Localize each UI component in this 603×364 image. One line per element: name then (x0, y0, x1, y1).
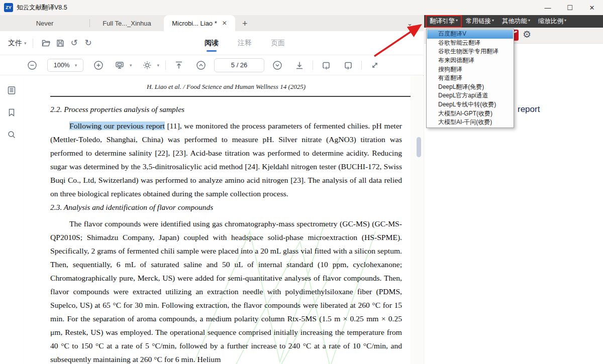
chevron-down-icon: ▾ (528, 18, 530, 23)
app-logo: ZY (4, 3, 13, 12)
circle-chevron-up-icon (196, 60, 206, 70)
page-display-mode-button[interactable] (113, 58, 127, 72)
toolbar-divider (361, 61, 362, 70)
pdf-viewer-pane: Never Full Te..._Xinhua Microbi... Liao … (0, 15, 424, 364)
undo-icon: ↺ (70, 38, 77, 48)
menu-label: 常用链接 (466, 17, 491, 26)
menu-other-functions[interactable]: 其他功能▾ (499, 16, 533, 27)
pdf-page[interactable]: H. Liao et al. / Food Science and Human … (24, 76, 411, 364)
pdf-controls-toolbar: 100% ▾ ▾ ▾ (0, 55, 424, 75)
circle-chevron-down-icon (272, 60, 282, 70)
tab-microbi-liao-active[interactable]: Microbi... Liao * ✕ (164, 15, 235, 31)
expand-icon (370, 60, 380, 70)
chevron-down-icon[interactable]: ▾ (157, 63, 160, 68)
engine-option-deepl-free[interactable]: DeepL翻译(免费) (427, 83, 513, 92)
zoom-out-button[interactable] (25, 58, 39, 72)
gear-icon[interactable]: ⚙ (523, 29, 531, 40)
undo-button[interactable]: ↺ (67, 36, 81, 50)
bookmark-icon (7, 108, 16, 119)
chevron-down-icon: ▾ (75, 63, 77, 68)
chevron-down-icon: ▾ (564, 18, 566, 23)
redo-button[interactable]: ↻ (81, 36, 95, 50)
tab-overflow-chevron-icon[interactable]: ⌄ (407, 20, 413, 27)
next-page-button[interactable] (270, 58, 284, 72)
engine-option-deepl-relay[interactable]: DeepL专线中转(收费) (427, 100, 513, 109)
translation-menubar: 翻译引擎▾ 常用链接▾ 其他功能▾ 缩放比例▾ (424, 15, 603, 28)
tab-fulltext-xinhua[interactable]: Full Te..._Xinhua (90, 15, 164, 31)
paragraph-process-properties: Following our previous report [11], we m… (50, 119, 402, 200)
tab-never[interactable]: Never (0, 15, 89, 31)
main-toolbar: 文件 ▾ ↺ ↻ 阅读 注释 页面 (0, 31, 424, 55)
tab-page[interactable]: 页面 (270, 37, 286, 50)
file-menu-button[interactable]: 文件 ▾ (8, 39, 27, 48)
go-to-bottom-button[interactable] (292, 58, 307, 72)
selected-text[interactable]: Following our previous report (69, 122, 165, 130)
bookmarks-panel-button[interactable] (6, 108, 17, 119)
zoom-in-icon (93, 60, 104, 70)
section-2-2-heading: 2.2. Process properties analysis of samp… (50, 105, 184, 114)
toolbar-divider (165, 61, 166, 70)
rotate-left-icon (321, 60, 331, 70)
paragraph-flavor-compounds: The flavor compounds were identified usi… (50, 217, 402, 364)
chevron-down-icon: ▾ (492, 18, 494, 23)
zoom-in-button[interactable] (91, 58, 106, 72)
minimize-button[interactable]: — (537, 0, 559, 15)
engine-option-youdao[interactable]: 有道翻译 (427, 74, 513, 83)
engine-option-google-biomed[interactable]: 谷歌生物医学专用翻译 (427, 47, 513, 56)
engine-option-sogou[interactable]: 搜狗翻译 (427, 65, 513, 74)
redo-icon: ↻ (84, 38, 91, 48)
vertical-scrollbar[interactable] (417, 76, 421, 364)
tab-read[interactable]: 阅读 (204, 37, 220, 50)
fullscreen-button[interactable] (368, 58, 382, 72)
save-button[interactable] (53, 36, 67, 50)
zoom-level-value: 100% (54, 62, 70, 69)
rotate-left-button[interactable] (319, 58, 333, 72)
menu-zoom-ratio[interactable]: 缩放比例▾ (535, 16, 569, 27)
page-number-input[interactable] (214, 58, 264, 72)
close-button[interactable]: ✕ (581, 0, 603, 15)
rotate-right-icon (343, 60, 353, 70)
engine-option-google-cloud[interactable]: 谷歌智能云翻译 (427, 39, 513, 48)
thumbnails-icon (7, 85, 17, 97)
open-file-button[interactable] (39, 36, 53, 50)
search-icon (7, 130, 16, 141)
folder-open-icon (41, 38, 51, 48)
go-to-top-button[interactable] (172, 58, 186, 72)
save-icon (56, 39, 65, 48)
chevron-down-icon: ▾ (24, 41, 27, 46)
previous-page-button[interactable] (194, 58, 208, 72)
page-number-field[interactable] (217, 61, 262, 69)
scrollbar-thumb[interactable] (417, 137, 421, 157)
chevron-down-icon: ▾ (456, 18, 458, 23)
engine-option-ai-qianwen[interactable]: 大模型AI-千问(收费) (427, 118, 513, 127)
rotate-right-button[interactable] (341, 58, 355, 72)
menu-translation-engine[interactable]: 翻译引擎▾ (427, 16, 461, 27)
tab-annotate[interactable]: 注释 (237, 37, 253, 50)
arrow-to-top-icon (174, 60, 184, 70)
maximize-button[interactable]: ☐ (559, 0, 581, 15)
source-text-fragment: report (518, 104, 540, 114)
brightness-button[interactable] (140, 58, 154, 72)
arrow-to-bottom-icon (294, 60, 305, 70)
engine-option-baidu[interactable]: 百度翻译V (427, 30, 513, 39)
section-2-3-heading: 2.3. Analysis and identification of flav… (50, 203, 213, 212)
translation-panel: 翻译引擎▾ 常用链接▾ 其他功能▾ 缩放比例▾ ⚙ report 百度翻译V 谷… (424, 15, 603, 364)
file-menu-label: 文件 (8, 39, 22, 48)
zoom-level-select[interactable]: 100% ▾ (47, 59, 83, 72)
search-panel-button[interactable] (6, 130, 17, 141)
brightness-icon (142, 60, 152, 70)
engine-option-deepl-api[interactable]: DeepL官方api通道 (427, 91, 513, 100)
translation-engine-dropdown: 百度翻译V 谷歌智能云翻译 谷歌生物医学专用翻译 布来因德翻译 搜狗翻译 有道翻… (426, 29, 514, 128)
menu-label: 翻译引擎 (430, 17, 455, 26)
engine-option-ai-gpt[interactable]: 大模型AI-GPT(收费) (427, 109, 513, 118)
view-mode-tabs: 阅读 注释 页面 (204, 31, 286, 55)
menu-common-links[interactable]: 常用链接▾ (463, 16, 497, 27)
thumbnails-panel-button[interactable] (6, 86, 17, 97)
chevron-down-icon[interactable]: ▾ (130, 63, 132, 68)
new-tab-button[interactable]: + (242, 19, 248, 29)
zoom-out-icon (27, 60, 37, 70)
menu-label: 其他功能 (502, 17, 527, 26)
tab-close-icon[interactable]: ✕ (222, 20, 227, 27)
paragraph-text: [11], we monitored the process parameter… (50, 122, 402, 198)
engine-option-brainder[interactable]: 布来因德翻译 (427, 56, 513, 65)
